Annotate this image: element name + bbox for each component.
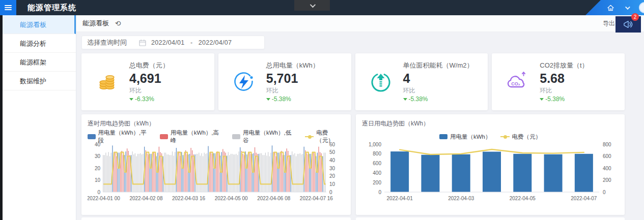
legend-item-usage[interactable]: 用电量（kWh） [439,133,491,141]
sidebar-item-label: 能源分析 [20,40,46,47]
main-area: 能源看板 ⟳ 导出 选择查询时间 2022/04/01 - [76,15,644,220]
kpi-change: -5.38% [403,96,473,103]
svg-text:400: 400 [603,166,611,171]
svg-text:60: 60 [329,142,335,147]
legend-swatch [160,134,168,139]
svg-text:200: 200 [373,180,381,185]
legend-swatch [439,134,447,139]
kpi-change: -5.38% [266,96,319,103]
trend-down-icon [129,98,133,101]
svg-text:10: 10 [95,177,101,183]
notification-button[interactable]: 2 [615,16,641,33]
trend-down-icon [540,98,544,101]
kpi-compare-label: 环比 [403,86,473,95]
kpi-label: 总电费（元） [129,61,169,70]
svg-text:800: 800 [373,151,381,156]
svg-text:600: 600 [603,153,611,159]
hourly-usage-chart-card: 逐时用电趋势图（kWh） 用电量（kWh）,平段 用电量（kWh）,高峰 用电量… [81,114,351,215]
kpi-card-total-cost: 总电费（元） 4,691 环比 -6.33% [81,53,214,110]
kpi-change: -5.38% [540,96,588,103]
svg-text:400: 400 [373,170,381,176]
chart-title: 逐日用电趋势图（kWh） [362,119,619,128]
announcement-icon [623,20,634,29]
kpi-compare-label: 环比 [540,86,588,95]
svg-text:20: 20 [329,173,335,179]
legend-swatch [88,134,96,139]
svg-text:2022-04-07 16: 2022-04-07 16 [300,196,333,201]
menu-toggle-button[interactable] [0,0,16,15]
sidebar-item-energy-framework[interactable]: 能源框架 [3,53,76,72]
calendar-icon [139,39,146,46]
lightning-icon [232,71,256,93]
assistant-circle-icon[interactable] [639,2,644,13]
sidebar: 能源看板 能源分析 能源框架 数据维护 [0,15,76,220]
arrow-up-circle-icon [369,71,393,93]
svg-text:0: 0 [329,190,332,195]
sidebar-item-label: 数据维护 [20,77,46,85]
daily-usage-chart[interactable]: 02004006008001,00002004006008002022-04-0… [362,141,619,212]
svg-text:2022-04-05: 2022-04-05 [510,196,536,201]
home-icon[interactable] [606,4,614,12]
svg-text:2022-04-01: 2022-04-01 [387,196,413,201]
kpi-label: 总用电量（kWh） [266,61,319,70]
svg-text:10: 10 [329,181,335,187]
kpi-value: 4 [403,71,473,86]
trend-down-icon [403,98,407,101]
svg-text:2022-04-05 00: 2022-04-05 00 [215,196,248,201]
svg-text:2022-04-01 00: 2022-04-01 00 [88,196,120,201]
kpi-change: -6.33% [129,96,169,103]
page-toolbar: 能源看板 ⟳ 导出 [76,15,644,32]
sidebar-item-energy-dashboard[interactable]: 能源看板 [3,15,76,34]
svg-text:800: 800 [603,142,611,147]
hourly-usage-chart[interactable]: 01020304001020304050602022-04-01 002022-… [88,141,345,212]
breadcrumb: 能源看板 [82,19,109,28]
kpi-value: 5,701 [266,71,319,86]
kpi-label: 单位面积能耗（W/m2） [403,61,473,70]
kpi-value: 4,691 [129,71,169,86]
coins-icon [95,71,119,93]
date-range-value: 2022/04/01 - 2022/04/07 [151,39,232,46]
collapse-tab[interactable] [294,0,330,11]
svg-text:2022-04-06 08: 2022-04-06 08 [257,196,290,201]
date-range-picker[interactable]: 选择查询时间 2022/04/01 - 2022/04/07 [81,36,265,49]
daily-usage-chart-card: 逐日用电趋势图（kWh） 用电量（kWh） 电费（元） 020040060080… [356,114,625,215]
trend-down-icon [266,98,270,101]
svg-text:2022-04-07: 2022-04-07 [571,196,597,201]
sidebar-item-label: 能源框架 [20,58,46,66]
next-row-partial-cards [81,217,625,220]
svg-text:30: 30 [329,166,335,171]
chart-legend: 用电量（kWh） 电费（元） [362,133,619,140]
date-end[interactable]: 2022/04/07 [199,39,232,46]
window-left-edge [0,15,3,220]
chart-title: 逐时用电趋势图（kWh） [88,119,345,128]
svg-text:CO₂: CO₂ [512,81,521,86]
chart-legend: 用电量（kWh）,平段 用电量（kWh）,高峰 用电量（kWh）,低谷 电费（元… [88,133,345,140]
date-start[interactable]: 2022/04/01 [151,39,185,46]
kpi-value: 5.68 [540,71,588,86]
svg-text:200: 200 [603,177,611,183]
legend-swatch [305,136,314,137]
svg-text:30: 30 [95,153,101,159]
legend-swatch [500,136,510,137]
co2-cloud-icon: CO₂ [505,71,529,93]
svg-text:600: 600 [373,161,381,166]
kpi-label: CO2排放量（t） [540,61,588,70]
hamburger-icon [5,4,12,11]
chevron-down-icon [310,2,316,7]
top-bar: 能源管理系统 [0,0,644,15]
kpi-card-co2-emission: CO₂ CO2排放量（t） 5.68 环比 -5.38% [492,53,625,110]
kpi-card-energy-per-area: 单位面积能耗（W/m2） 4 环比 -5.38% [355,53,488,110]
svg-text:40: 40 [95,142,101,147]
chevron-down-icon[interactable] [623,4,631,12]
sidebar-item-data-maintenance[interactable]: 数据维护 [3,72,76,90]
notification-badge: 2 [631,13,639,21]
svg-text:2022-04-02 08: 2022-04-02 08 [129,196,162,201]
svg-text:2022-04-03 16: 2022-04-03 16 [172,196,205,201]
svg-text:1,000: 1,000 [369,142,381,147]
kpi-compare-label: 环比 [129,86,169,95]
content: 选择查询时间 2022/04/01 - 2022/04/07 [76,32,644,220]
legend-item-price[interactable]: 电费（元） [500,133,542,141]
sidebar-item-energy-analysis[interactable]: 能源分析 [3,34,76,53]
refresh-icon[interactable]: ⟳ [115,19,121,27]
date-separator: - [190,39,192,46]
